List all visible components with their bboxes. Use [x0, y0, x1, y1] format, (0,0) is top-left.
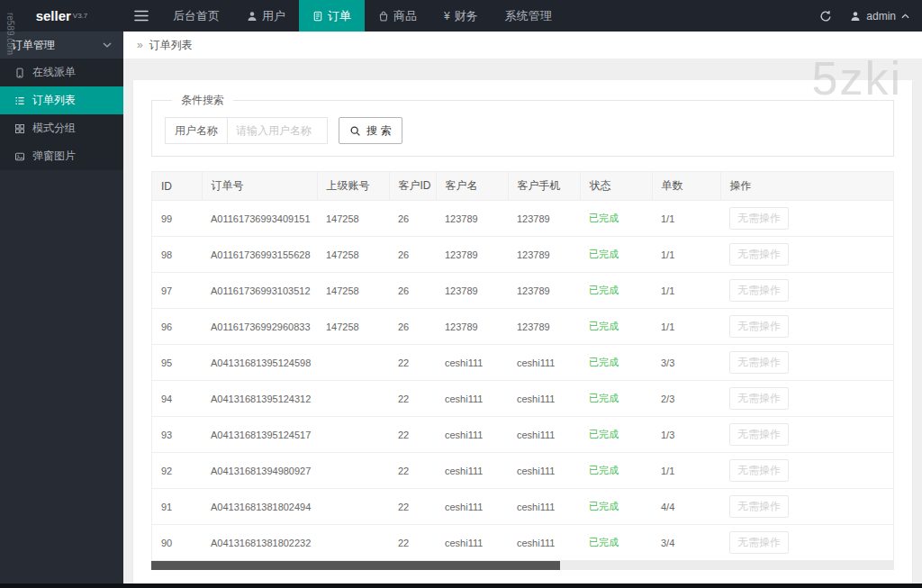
caret-up-icon: [901, 14, 909, 19]
cell-customer-name: 123789: [436, 201, 508, 237]
no-action-button[interactable]: 无需操作: [729, 387, 789, 410]
user-icon: [850, 11, 861, 22]
sidebar-group-order-management[interactable]: 订单管理: [0, 32, 123, 59]
status-badge: 已完成: [589, 321, 619, 331]
no-action-button[interactable]: 无需操作: [729, 351, 789, 374]
status-badge: 已完成: [589, 285, 619, 295]
table-row: 91A0413168138180249422ceshi111ceshi111已完…: [152, 489, 894, 525]
no-action-button[interactable]: 无需操作: [729, 531, 789, 554]
table-row: 97A0116173699310351214725826123789123789…: [152, 273, 894, 309]
cell-parent-account: 147258: [317, 309, 389, 345]
cell-id: 96: [152, 309, 202, 345]
person-icon: [247, 11, 258, 22]
cell-count: 1/1: [652, 453, 720, 489]
no-action-button[interactable]: 无需操作: [729, 207, 789, 230]
nav-item-orders[interactable]: 订单: [299, 0, 365, 32]
nav-item-system[interactable]: 系统管理: [492, 0, 565, 32]
search-legend: 条件搜索: [172, 93, 233, 108]
nav-item-users[interactable]: 用户: [233, 0, 299, 32]
cell-customer-id: 22: [389, 345, 436, 381]
cell-action: 无需操作: [720, 309, 894, 345]
cell-count: 1/1: [652, 237, 720, 273]
nav-item-label: 用户: [262, 8, 285, 24]
cell-parent-account: 147258: [317, 237, 389, 273]
admin-menu[interactable]: admin: [850, 10, 909, 23]
username-input[interactable]: [227, 117, 328, 144]
sidebar-item-online-dispatch[interactable]: 在线派单: [0, 59, 123, 86]
goods-icon: [378, 11, 389, 22]
cell-customer-id: 22: [389, 381, 436, 417]
no-action-button[interactable]: 无需操作: [729, 423, 789, 446]
table-row: 90A0413168138180223222ceshi111ceshi111已完…: [152, 525, 894, 561]
topbar: seller V3.7 后台首页用户订单商品¥财务系统管理 admin: [0, 0, 922, 32]
sidebar-item-order-list[interactable]: 订单列表: [0, 86, 123, 114]
cell-id: 94: [152, 381, 202, 417]
cell-customer-phone: ceshi111: [508, 525, 580, 561]
cell-customer-name: ceshi111: [436, 345, 508, 381]
cell-count: 3/3: [652, 345, 720, 381]
search-button[interactable]: 搜索: [339, 117, 402, 144]
cell-parent-account: 147258: [317, 201, 389, 237]
cell-customer-name: ceshi111: [436, 453, 508, 489]
topbar-right: admin: [819, 0, 922, 32]
cell-customer-id: 26: [389, 309, 436, 345]
nav-item-label: 商品: [393, 8, 417, 24]
app-logo[interactable]: seller V3.7: [0, 0, 123, 32]
cell-status: 已完成: [580, 489, 652, 525]
no-action-button[interactable]: 无需操作: [729, 243, 789, 266]
cell-order-no: A04131681381802494: [202, 489, 317, 525]
doc-icon: [14, 68, 25, 78]
horizontal-scrollbar-thumb[interactable]: [151, 561, 560, 570]
order-icon: [312, 11, 323, 22]
cell-action: 无需操作: [720, 453, 894, 489]
no-action-button[interactable]: 无需操作: [729, 459, 789, 482]
nav-item-label: 后台首页: [173, 8, 220, 24]
cell-order-no: A01161736993409151: [202, 201, 317, 237]
sidebar-item-label: 模式分组: [32, 121, 76, 136]
no-action-button[interactable]: 无需操作: [729, 279, 789, 302]
sidebar-item-label: 弹窗图片: [32, 149, 76, 164]
cell-count: 3/4: [652, 525, 720, 561]
sidebar-item-label: 在线派单: [32, 65, 76, 80]
orders-table-wrap: ID订单号上级账号客户ID客户名客户手机状态单数操作 99A0116173699…: [151, 171, 894, 561]
cell-customer-id: 26: [389, 201, 436, 237]
sidebar-item-popup-image[interactable]: 弹窗图片: [0, 142, 123, 170]
cell-customer-id: 26: [389, 237, 436, 273]
status-badge: 已完成: [589, 537, 619, 547]
column-header: 单数: [652, 172, 720, 201]
nav-item-goods[interactable]: 商品: [365, 0, 430, 32]
cell-customer-name: ceshi111: [436, 525, 508, 561]
horizontal-scrollbar[interactable]: [151, 561, 894, 570]
status-badge: 已完成: [589, 249, 619, 259]
no-action-button[interactable]: 无需操作: [729, 315, 789, 338]
cell-order-no: A01161736993155628: [202, 237, 317, 273]
cell-order-no: A04131681381802232: [202, 525, 317, 561]
cell-customer-phone: ceshi111: [508, 381, 580, 417]
nav-item-finance[interactable]: ¥财务: [430, 0, 492, 32]
refresh-icon[interactable]: [819, 10, 832, 23]
table-row: 93A0413168139512451722ceshi111ceshi111已完…: [152, 417, 894, 453]
column-header: 订单号: [202, 172, 317, 201]
search-row: 用户名称 搜索: [165, 117, 881, 144]
cell-status: 已完成: [580, 417, 652, 453]
cell-parent-account: [317, 489, 389, 525]
app-logo-text: seller: [36, 8, 71, 23]
column-header: 客户手机: [508, 172, 580, 201]
cell-customer-phone: 123789: [508, 237, 580, 273]
cell-customer-phone: 123789: [508, 273, 580, 309]
breadcrumb: » 订单列表: [123, 32, 922, 59]
list-icon: [14, 95, 25, 106]
nav-item-home[interactable]: 后台首页: [159, 0, 233, 32]
no-action-button[interactable]: 无需操作: [729, 495, 789, 518]
username-label: 用户名称: [165, 117, 228, 144]
status-badge: 已完成: [589, 393, 619, 403]
column-header: 客户名: [436, 172, 508, 201]
cell-status: 已完成: [580, 237, 652, 273]
sidebar-item-mode-group[interactable]: 模式分组: [0, 114, 123, 142]
cell-parent-account: 147258: [317, 273, 389, 309]
menu-toggle-icon[interactable]: [123, 0, 159, 32]
cell-id: 90: [152, 525, 202, 561]
cell-customer-id: 22: [389, 525, 436, 561]
cell-count: 1/3: [652, 417, 720, 453]
cell-id: 93: [152, 417, 202, 453]
